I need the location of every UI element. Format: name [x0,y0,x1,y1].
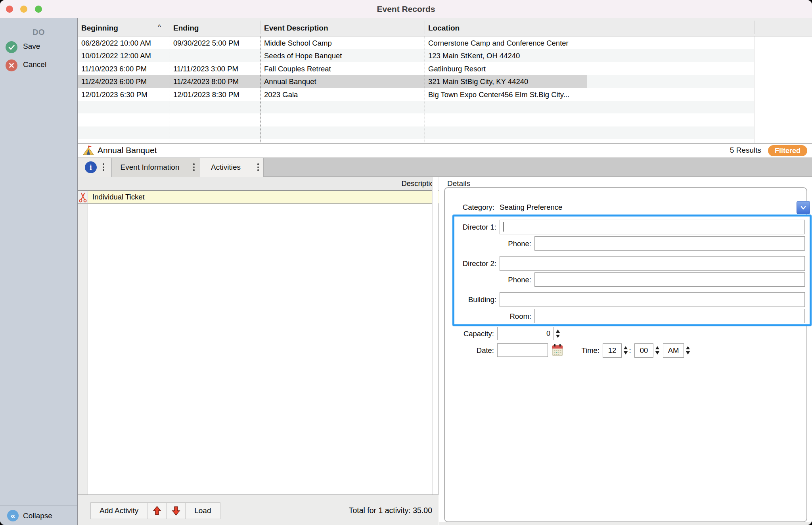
activities-button-strip: Add Activity Load [90,502,220,519]
column-separator [170,36,170,143]
director2-input[interactable] [500,256,805,271]
delete-activity-cell[interactable] [78,190,88,204]
directors-field-group: Director 1: Phone: Director 2: Phone: Bu… [452,215,812,326]
cell-ending: 11/11/2023 3:00 PM [173,62,259,75]
column-separator [425,36,425,143]
sort-ascending-indicator: ^ [158,18,161,36]
director2-phone-label: Phone: [498,275,531,285]
column-header-ending[interactable]: Ending [170,18,260,36]
header-divider [754,21,755,34]
segment-menu-dots-icon[interactable] [103,163,104,172]
column-header-beginning[interactable]: Beginning ^ [78,18,170,36]
column-header-event-description[interactable]: Event Description [260,18,425,36]
add-activity-button[interactable]: Add Activity [91,503,147,519]
director2-label: Director 2: [454,259,496,268]
time-meridiem-input[interactable] [663,343,684,358]
time-hour-input[interactable] [603,343,622,358]
tent-icon [82,145,94,159]
table-row[interactable]: 12/01/2023 6:30 PM 12/01/2023 8:30 PM 20… [78,88,754,101]
event-table-body: 06/28/2022 10:00 AM 09/30/2022 5:00 PM M… [78,36,754,143]
director1-phone-input[interactable] [534,236,805,251]
save-button[interactable]: Save [0,40,77,55]
table-row[interactable]: 06/28/2022 10:00 AM 09/30/2022 5:00 PM M… [78,36,754,50]
tab-label: Activities [199,158,252,177]
collapse-label: Collapse [23,512,52,520]
category-dropdown-button[interactable] [797,201,810,214]
filtered-badge[interactable]: Filtered [768,145,807,156]
meridiem-stepper[interactable] [685,344,691,356]
cancel-button[interactable]: Cancel [0,58,77,73]
cell-ending [173,49,259,62]
activities-total: Total for 1 activity: 35.00 [349,506,432,515]
director1-input[interactable] [500,220,805,234]
activities-bottom-bar: Add Activity Load Total for 1 activity: … [78,494,439,525]
info-icon[interactable]: i [85,161,97,173]
table-right-margin [754,36,812,143]
header-divider [170,21,170,34]
tab-bar: i Event Information Activities [78,158,812,177]
activity-row[interactable]: Individual Ticket [88,190,439,204]
record-title: Annual Banquet [98,146,157,155]
room-input[interactable] [534,309,805,323]
details-panel: Details Category: Seating Preference Dir… [439,177,812,522]
record-bar: Annual Banquet 5 Results Filtered [78,143,812,158]
info-segment: i [78,158,112,177]
collapse-bar[interactable]: « Collapse [0,506,77,525]
tab-activities[interactable]: Activities [199,158,264,177]
capacity-input[interactable] [497,327,553,340]
tab-menu-dots-icon[interactable] [257,163,259,172]
move-down-button[interactable] [167,503,186,519]
table-row-selected[interactable]: 11/24/2023 6:00 PM 11/24/2023 8:00 PM An… [78,75,754,88]
time-separator: : [628,346,632,355]
cell-location: Cornerstone Camp and Conference Center [428,36,584,50]
capacity-label: Capacity: [452,329,494,339]
collapse-chevrons-icon: « [7,510,19,521]
sidebar-section-label: DO [0,28,77,37]
tab-event-information[interactable]: Event Information [112,158,199,177]
cell-beginning: 10/01/2022 12:00 AM [81,49,168,62]
header-divider [260,21,261,34]
window-title: Event Records [0,0,812,18]
capacity-stepper[interactable] [555,328,561,339]
date-input[interactable] [497,343,548,357]
scissors-icon [79,192,87,203]
red-up-arrow-icon [152,506,162,516]
cell-location: Big Town Expo Center456 Elm St.Big City.… [428,88,584,101]
text-cursor [503,222,504,232]
title-bar: Event Records [0,0,812,18]
cell-ending: 11/24/2023 8:00 PM [173,75,259,88]
tab-menu-dots-icon[interactable] [193,163,195,172]
activities-scrollbar[interactable] [432,177,438,494]
room-label: Room: [498,312,531,321]
cell-ending: 12/01/2023 8:30 PM [173,88,259,101]
table-row[interactable]: 10/01/2022 12:00 AM Seeds of Hope Banque… [78,49,754,62]
results-count: 5 Results [730,146,761,155]
time-label: Time: [558,346,599,355]
cell-beginning: 12/01/2023 6:30 PM [81,88,168,101]
building-input[interactable] [500,292,805,307]
activities-panel: Description Individual Ticket Add Activi… [78,177,439,525]
window-bottom-strip [439,522,812,525]
move-up-button[interactable] [147,503,167,519]
load-button[interactable]: Load [186,503,220,519]
table-row[interactable]: 11/10/2023 6:00 PM 11/11/2023 3:00 PM Fa… [78,62,754,75]
cell-beginning: 06/28/2022 10:00 AM [81,36,168,50]
time-minute-input[interactable] [634,343,653,358]
minute-stepper[interactable] [654,344,660,356]
activities-gutter [78,177,88,494]
column-header-location[interactable]: Location [425,18,587,36]
cancel-button-label: Cancel [23,60,46,69]
cell-location: 123 Main StKent, OH 44240 [428,49,584,62]
hour-stepper[interactable] [622,344,628,356]
building-label: Building: [454,295,496,305]
date-label: Date: [452,346,494,355]
director2-phone-input[interactable] [534,272,805,287]
save-check-icon [6,41,17,53]
cell-event-description: Fall Couples Retreat [264,62,422,75]
save-button-label: Save [23,42,40,51]
column-separator [260,36,261,143]
event-records-window: Event Records DO Save Cancel « Collapse … [0,0,812,525]
description-column-header[interactable]: Description [88,177,439,190]
header-divider [587,21,587,34]
cell-event-description: Seeds of Hope Banquet [264,49,422,62]
